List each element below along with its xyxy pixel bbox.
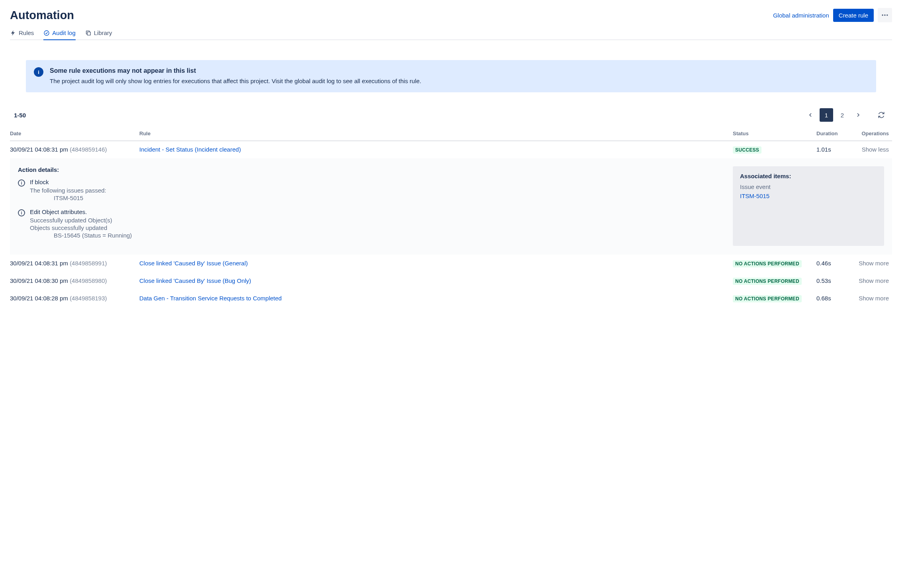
status-badge: NO ACTIONS PERFORMED	[733, 295, 802, 302]
detail-line: Objects successfully updated	[30, 224, 725, 231]
row-id: (4849858193)	[70, 295, 107, 302]
detail-name: Edit Object attributes.	[30, 208, 725, 215]
toggle-details-link[interactable]: Show more	[859, 260, 889, 267]
info-icon: i	[34, 67, 43, 77]
info-circle-icon: i	[18, 179, 25, 187]
banner-text: The project audit log will only show log…	[50, 77, 868, 85]
pagination: 1 2	[804, 108, 888, 122]
col-date: Date	[10, 127, 139, 141]
page-1-button[interactable]: 1	[820, 108, 833, 122]
status-badge: SUCCESS	[733, 146, 761, 154]
row-date: 30/09/21 04:08:31 pm	[10, 260, 68, 267]
detail-name: If block	[30, 179, 725, 185]
row-date: 30/09/21 04:08:28 pm	[10, 295, 68, 302]
action-details-title: Action details:	[18, 166, 725, 173]
tab-library[interactable]: Library	[85, 29, 112, 40]
row-date: 30/09/21 04:08:30 pm	[10, 277, 68, 284]
detail-object: BS-15645 (Status = Running)	[30, 232, 725, 239]
audit-log-table: Date Rule Status Duration Operations 30/…	[10, 127, 892, 307]
result-range: 1-50	[14, 112, 26, 119]
chevron-left-icon	[807, 112, 814, 118]
svg-rect-4	[87, 32, 90, 35]
table-row: 30/09/21 04:08:31 pm (4849858991)Close l…	[10, 255, 892, 273]
tab-rules[interactable]: Rules	[10, 29, 34, 40]
tabs: Rules Audit log Library	[10, 29, 892, 40]
detail-line: Successfully updated Object(s)	[30, 217, 725, 224]
svg-point-0	[882, 14, 883, 16]
toggle-details-link[interactable]: Show more	[859, 295, 889, 302]
info-banner: i Some rule executions may not appear in…	[26, 60, 876, 92]
page-2-button[interactable]: 2	[836, 108, 849, 122]
prev-page-button[interactable]	[804, 108, 817, 122]
copy-icon	[85, 30, 92, 36]
row-id: (4849859146)	[70, 146, 107, 153]
rule-link[interactable]: Close linked 'Caused By' Issue (General)	[139, 260, 248, 267]
svg-point-3	[44, 31, 49, 35]
more-actions-button[interactable]	[878, 8, 892, 22]
col-operations: Operations	[850, 127, 892, 141]
check-circle-icon	[43, 30, 50, 36]
info-circle-icon: i	[18, 209, 25, 216]
assoc-issue-link[interactable]: ITSM-5015	[740, 193, 769, 199]
expanded-details: Action details:iIf blockThe following is…	[10, 158, 892, 255]
banner-title: Some rule executions may not appear in t…	[50, 67, 868, 74]
rule-link[interactable]: Data Gen - Transition Service Requests t…	[139, 295, 282, 302]
chevron-right-icon	[855, 112, 861, 118]
svg-point-1	[884, 14, 885, 16]
next-page-button[interactable]	[851, 108, 865, 122]
detail-line: The following issues passed:	[30, 187, 725, 194]
col-duration: Duration	[816, 127, 850, 141]
associated-items-panel: Associated items:Issue eventITSM-5015	[733, 166, 884, 246]
refresh-button[interactable]	[875, 108, 888, 122]
refresh-icon	[878, 111, 885, 119]
status-badge: NO ACTIONS PERFORMED	[733, 278, 802, 285]
tab-label: Rules	[19, 29, 34, 36]
more-icon	[881, 11, 889, 19]
row-duration: 0.53s	[816, 273, 850, 290]
row-duration: 0.68s	[816, 290, 850, 308]
tab-label: Audit log	[52, 29, 75, 36]
rule-link[interactable]: Incident - Set Status (Incident cleared)	[139, 146, 241, 153]
table-row: 30/09/21 04:08:31 pm (4849859146)Inciden…	[10, 141, 892, 158]
bolt-icon	[10, 30, 16, 36]
create-rule-button[interactable]: Create rule	[833, 9, 874, 22]
tab-audit-log[interactable]: Audit log	[43, 29, 75, 40]
detail-issue: ITSM-5015	[30, 195, 725, 201]
assoc-title: Associated items:	[740, 173, 877, 179]
row-date: 30/09/21 04:08:31 pm	[10, 146, 68, 153]
assoc-type: Issue event	[740, 183, 877, 190]
table-row: 30/09/21 04:08:28 pm (4849858193)Data Ge…	[10, 290, 892, 308]
row-id: (4849858980)	[70, 277, 107, 284]
status-badge: NO ACTIONS PERFORMED	[733, 260, 802, 267]
page-title: Automation	[10, 9, 74, 22]
tab-label: Library	[94, 29, 112, 36]
col-status: Status	[733, 127, 816, 141]
svg-point-2	[886, 14, 888, 16]
row-id: (4849858991)	[70, 260, 107, 267]
table-row: 30/09/21 04:08:30 pm (4849858980)Close l…	[10, 273, 892, 290]
col-rule: Rule	[139, 127, 733, 141]
row-duration: 0.46s	[816, 255, 850, 273]
global-admin-link[interactable]: Global administration	[773, 12, 829, 19]
rule-link[interactable]: Close linked 'Caused By' Issue (Bug Only…	[139, 277, 251, 284]
row-duration: 1.01s	[816, 141, 850, 158]
toggle-details-link[interactable]: Show more	[859, 277, 889, 284]
toggle-details-link[interactable]: Show less	[862, 146, 889, 153]
